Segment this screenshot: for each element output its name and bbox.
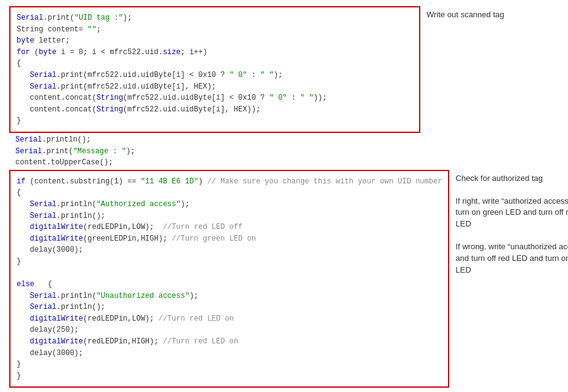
- top-annotations: Write out scanned tag: [426, 6, 559, 21]
- bottom-annotations: Check for authorized tag If right, write…: [455, 170, 568, 276]
- if-wrong-annotation: If wrong, write “unauthorized access” an…: [455, 241, 568, 276]
- if-wrong-label: If wrong, write “unauthorized access” an…: [455, 242, 568, 274]
- write-scanned-tag-label: Write out scanned tag: [426, 10, 504, 19]
- code-line-1: Serial: [17, 14, 43, 22]
- bottom-section: if (content.substring(1) == "11 4B E6 1D…: [9, 170, 559, 388]
- check-authorized-annotation: Check for authorized tag: [455, 173, 568, 185]
- bottom-code-area: if (content.substring(1) == "11 4B E6 1D…: [9, 170, 449, 388]
- between-code: Serial.println(); Serial.print("Message …: [9, 133, 420, 170]
- if-line: if: [17, 177, 25, 186]
- if-right-annotation: If right, write “authorized access” and …: [455, 196, 568, 231]
- bottom-code-block: if (content.substring(1) == "11 4B E6 1D…: [9, 170, 449, 388]
- top-section: Serial.print("UID tag :"); String conten…: [9, 6, 559, 170]
- write-scanned-tag-annotation: Write out scanned tag: [426, 9, 559, 21]
- top-code-area: Serial.print("UID tag :"); String conten…: [9, 6, 420, 170]
- main-container: Serial.print("UID tag :"); String conten…: [9, 6, 559, 388]
- if-right-label: If right, write “authorized access” and …: [455, 196, 568, 229]
- top-code-block: Serial.print("UID tag :"); String conten…: [9, 6, 420, 133]
- check-authorized-label: Check for authorized tag: [455, 174, 543, 183]
